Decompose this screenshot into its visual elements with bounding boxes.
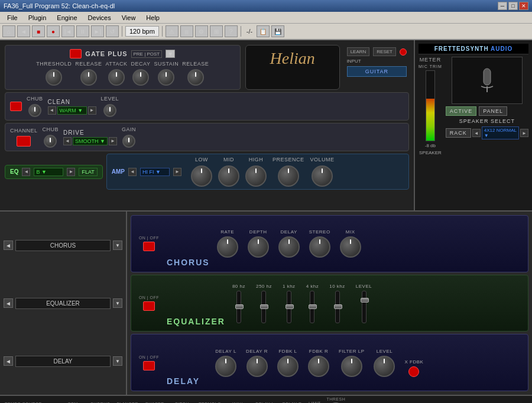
- chorus-down-arrow[interactable]: ▼: [113, 240, 122, 250]
- amp-volume-knob[interactable]: [312, 165, 333, 187]
- tb-record-button[interactable]: ●: [47, 25, 60, 37]
- chub2-knob[interactable]: [44, 135, 57, 148]
- drive-select[interactable]: SMOOTH ▼: [73, 137, 108, 145]
- chorus-depth-knob[interactable]: [248, 236, 269, 258]
- speaker-preset-select[interactable]: 4X12 NORMAL ▼: [482, 126, 519, 139]
- active-button[interactable]: ACTIVE: [446, 106, 477, 116]
- chub-knob[interactable]: [28, 104, 41, 117]
- gate-sustain-knob[interactable]: [158, 69, 174, 86]
- eq-left-button[interactable]: ◄: [22, 168, 30, 176]
- tb-back-button[interactable]: ◄: [17, 25, 30, 37]
- panel-button[interactable]: PANEL: [479, 106, 507, 116]
- clean-select[interactable]: WARM ▼: [57, 106, 87, 115]
- tb-stop-button[interactable]: ■: [32, 25, 45, 37]
- x-fdbk-button[interactable]: [408, 366, 419, 377]
- fdbk-l-knob[interactable]: [277, 356, 299, 377]
- delay-down-arrow[interactable]: ▼: [113, 356, 122, 366]
- tb-prev-button[interactable]: |◄: [61, 25, 74, 37]
- amp-high-knob[interactable]: [245, 165, 267, 187]
- delay-r-knob[interactable]: [246, 356, 268, 377]
- chorus-rate-knob[interactable]: [217, 236, 238, 258]
- delay-left-arrow[interactable]: ◄: [4, 356, 13, 366]
- amp-mid-knob[interactable]: [218, 165, 239, 187]
- menu-engine[interactable]: Engine: [52, 13, 82, 22]
- learn-button[interactable]: LEARN: [347, 47, 370, 56]
- tb-settings-button[interactable]: ⚙: [195, 25, 208, 37]
- eq-80hz-thumb[interactable]: [235, 304, 244, 309]
- eq-250hz-thumb[interactable]: [260, 304, 268, 309]
- gate-threshold-knob[interactable]: [46, 69, 62, 86]
- clean-left-button[interactable]: ◄: [48, 106, 56, 115]
- tb-next-button[interactable]: ►|: [91, 25, 104, 37]
- delay-level-knob[interactable]: [374, 356, 395, 377]
- eq-1khz-slider[interactable]: [287, 291, 291, 323]
- menu-view[interactable]: View: [117, 13, 141, 22]
- eq-80hz-slider[interactable]: [236, 291, 241, 323]
- guitar-input-button[interactable]: GUITAR: [347, 66, 407, 77]
- eq-10khz-thumb[interactable]: [334, 304, 342, 309]
- tb-loop-button[interactable]: ↺: [106, 25, 119, 37]
- tb-save-button[interactable]: 💾: [271, 25, 284, 37]
- gate-decay-knob[interactable]: [132, 69, 149, 86]
- gate-pre-post[interactable]: PRE | POST: [131, 50, 163, 58]
- tb-warn-button[interactable]: ⚠: [166, 25, 179, 37]
- menu-plugin[interactable]: Plugin: [24, 13, 51, 22]
- chorus-mix-knob[interactable]: [340, 236, 361, 258]
- gate-release2-knob[interactable]: [187, 69, 204, 86]
- chorus-delay-knob[interactable]: [278, 236, 300, 258]
- chorus-name[interactable]: CHORUS: [15, 240, 111, 251]
- channel-select-button[interactable]: [17, 136, 31, 147]
- amp-right-button[interactable]: ►: [173, 168, 181, 176]
- delay-l-knob[interactable]: [215, 356, 236, 377]
- equalizer-down-arrow[interactable]: ▼: [113, 298, 122, 308]
- tb-pause-button[interactable]: ⏸: [76, 25, 89, 37]
- menu-devices[interactable]: Devices: [83, 13, 116, 22]
- eq-10khz-slider[interactable]: [335, 291, 340, 323]
- maximize-button[interactable]: □: [508, 2, 518, 10]
- gate-release-knob[interactable]: [80, 69, 97, 86]
- eq-4khz-slider[interactable]: [310, 291, 314, 323]
- amp-preset-select[interactable]: HI FI ▼: [140, 168, 170, 176]
- eq-250hz-slider[interactable]: [261, 291, 266, 323]
- speaker-preset-left[interactable]: ◄: [472, 129, 481, 137]
- eq-level-thumb[interactable]: [361, 298, 369, 303]
- drive-right-button[interactable]: ►: [109, 137, 117, 145]
- chorus-stereo-knob[interactable]: [309, 236, 330, 258]
- clean-right-button[interactable]: ►: [88, 106, 96, 115]
- chorus-on-off-button[interactable]: [143, 242, 155, 251]
- tb-clip-button[interactable]: 📋: [257, 25, 270, 37]
- tb-grid-button[interactable]: ⊞: [210, 25, 223, 37]
- gain-knob[interactable]: [122, 135, 135, 148]
- reset-button[interactable]: RESET: [373, 47, 396, 56]
- eq-on-off-button[interactable]: [143, 301, 155, 311]
- equalizer-name[interactable]: EQUALIZER: [15, 298, 111, 309]
- tb-midi-button[interactable]: |||: [180, 25, 193, 37]
- amp-left-button[interactable]: ◄: [128, 168, 137, 176]
- eq-4khz-thumb[interactable]: [309, 304, 317, 309]
- menu-help[interactable]: Help: [141, 13, 164, 22]
- equalizer-left-arrow[interactable]: ◄: [4, 298, 13, 308]
- eq-level-slider[interactable]: [362, 291, 366, 323]
- filter-lp-knob[interactable]: [341, 356, 362, 377]
- close-button[interactable]: ✕: [519, 2, 528, 10]
- amp-presence-knob[interactable]: [278, 165, 299, 187]
- eq-preset-select[interactable]: B ▼: [34, 168, 63, 176]
- tb-help-button[interactable]: ?: [225, 25, 238, 37]
- amp-low-knob[interactable]: [191, 165, 212, 187]
- rack-button[interactable]: RACK: [446, 128, 471, 138]
- delay-name[interactable]: DELAY: [15, 356, 111, 367]
- level-knob[interactable]: [103, 104, 116, 117]
- eq-1khz-thumb[interactable]: [286, 304, 294, 309]
- gate-attack-knob[interactable]: [108, 69, 125, 86]
- drive-left-button[interactable]: ◄: [63, 137, 72, 145]
- fdbk-r-knob[interactable]: [308, 356, 329, 377]
- eq-right-button[interactable]: ►: [67, 168, 75, 176]
- menu-file[interactable]: File: [2, 13, 22, 22]
- window-controls[interactable]: ─ □ ✕: [498, 2, 528, 10]
- delay-on-off-button[interactable]: [143, 361, 155, 370]
- minimize-button[interactable]: ─: [498, 2, 507, 10]
- channel-on-off-button[interactable]: [10, 102, 22, 111]
- chorus-left-arrow[interactable]: ◄: [4, 240, 13, 250]
- gate-on-off-button[interactable]: [70, 49, 82, 58]
- speaker-preset-right[interactable]: ►: [520, 129, 528, 137]
